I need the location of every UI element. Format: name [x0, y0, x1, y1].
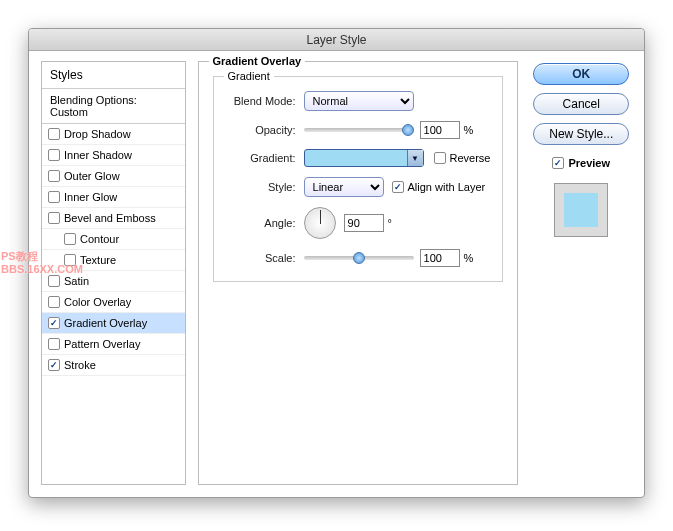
preview-checkbox[interactable]: [552, 157, 564, 169]
style-checkbox[interactable]: [48, 359, 60, 371]
settings-panel: Gradient Overlay Gradient Blend Mode: No…: [198, 61, 519, 485]
gradient-fieldset: Gradient Blend Mode: Normal Opacity: % G…: [213, 76, 504, 282]
angle-unit: °: [388, 217, 392, 229]
style-checkbox[interactable]: [48, 170, 60, 182]
style-item-texture[interactable]: Texture: [42, 250, 185, 271]
style-item-label: Bevel and Emboss: [64, 212, 156, 224]
row-blend-mode: Blend Mode: Normal: [226, 91, 491, 111]
opacity-label: Opacity:: [226, 124, 296, 136]
angle-label: Angle:: [226, 217, 296, 229]
scale-input[interactable]: [420, 249, 460, 267]
preview-toggle[interactable]: Preview: [552, 157, 610, 169]
dialog-window: Layer Style Styles Blending Options: Cus…: [28, 28, 645, 498]
style-item-inner-shadow[interactable]: Inner Shadow: [42, 145, 185, 166]
style-item-label: Texture: [80, 254, 116, 266]
ok-button[interactable]: OK: [533, 63, 629, 85]
new-style-button[interactable]: New Style...: [533, 123, 629, 145]
style-item-label: Pattern Overlay: [64, 338, 140, 350]
style-item-label: Color Overlay: [64, 296, 131, 308]
style-item-label: Drop Shadow: [64, 128, 131, 140]
style-checkbox[interactable]: [48, 275, 60, 287]
style-item-contour[interactable]: Contour: [42, 229, 185, 250]
dialog-content: Styles Blending Options: Custom Drop Sha…: [29, 51, 644, 497]
style-item-color-overlay[interactable]: Color Overlay: [42, 292, 185, 313]
cancel-button[interactable]: Cancel: [533, 93, 629, 115]
style-item-outer-glow[interactable]: Outer Glow: [42, 166, 185, 187]
style-checkbox[interactable]: [48, 128, 60, 140]
style-checkbox[interactable]: [64, 254, 76, 266]
preview-swatch-color: [564, 193, 598, 227]
styles-list: Drop ShadowInner ShadowOuter GlowInner G…: [42, 124, 185, 376]
blend-mode-label: Blend Mode:: [226, 95, 296, 107]
blend-mode-select[interactable]: Normal: [304, 91, 414, 111]
window-title: Layer Style: [29, 29, 644, 51]
style-checkbox[interactable]: [64, 233, 76, 245]
group-title: Gradient Overlay: [209, 55, 306, 67]
gradient-label: Gradient:: [226, 152, 296, 164]
reverse-checkbox[interactable]: [434, 152, 446, 164]
style-item-label: Stroke: [64, 359, 96, 371]
style-item-label: Contour: [80, 233, 119, 245]
styles-panel: Styles Blending Options: Custom Drop Sha…: [41, 61, 186, 485]
style-label: Style:: [226, 181, 296, 193]
right-panel: OK Cancel New Style... Preview: [530, 61, 632, 485]
scale-unit: %: [464, 252, 474, 264]
style-checkbox[interactable]: [48, 296, 60, 308]
style-item-label: Gradient Overlay: [64, 317, 147, 329]
row-gradient: Gradient: ▼ Reverse: [226, 149, 491, 167]
chevron-down-icon[interactable]: ▼: [407, 150, 423, 166]
row-angle: Angle: °: [226, 207, 491, 239]
style-item-satin[interactable]: Satin: [42, 271, 185, 292]
gradient-swatch[interactable]: ▼: [304, 149, 424, 167]
opacity-input[interactable]: [420, 121, 460, 139]
style-item-gradient-overlay[interactable]: Gradient Overlay: [42, 313, 185, 334]
style-item-label: Satin: [64, 275, 89, 287]
style-item-label: Inner Shadow: [64, 149, 132, 161]
style-checkbox[interactable]: [48, 149, 60, 161]
reverse-label: Reverse: [450, 152, 491, 164]
align-checkbox[interactable]: [392, 181, 404, 193]
blending-options-label[interactable]: Blending Options: Custom: [42, 89, 185, 124]
style-item-label: Outer Glow: [64, 170, 120, 182]
angle-input[interactable]: [344, 214, 384, 232]
preview-label: Preview: [568, 157, 610, 169]
opacity-slider[interactable]: [304, 128, 414, 132]
style-item-label: Inner Glow: [64, 191, 117, 203]
style-item-pattern-overlay[interactable]: Pattern Overlay: [42, 334, 185, 355]
angle-dial[interactable]: [304, 207, 336, 239]
row-scale: Scale: %: [226, 249, 491, 267]
row-opacity: Opacity: %: [226, 121, 491, 139]
styles-header[interactable]: Styles: [42, 62, 185, 89]
style-select[interactable]: Linear: [304, 177, 384, 197]
style-item-drop-shadow[interactable]: Drop Shadow: [42, 124, 185, 145]
scale-label: Scale:: [226, 252, 296, 264]
style-item-inner-glow[interactable]: Inner Glow: [42, 187, 185, 208]
style-checkbox[interactable]: [48, 317, 60, 329]
opacity-unit: %: [464, 124, 474, 136]
style-item-bevel-and-emboss[interactable]: Bevel and Emboss: [42, 208, 185, 229]
style-checkbox[interactable]: [48, 338, 60, 350]
style-item-stroke[interactable]: Stroke: [42, 355, 185, 376]
row-style: Style: Linear Align with Layer: [226, 177, 491, 197]
subgroup-title: Gradient: [224, 70, 274, 82]
style-checkbox[interactable]: [48, 191, 60, 203]
scale-slider[interactable]: [304, 256, 414, 260]
style-checkbox[interactable]: [48, 212, 60, 224]
preview-swatch: [554, 183, 608, 237]
align-label: Align with Layer: [408, 181, 486, 193]
